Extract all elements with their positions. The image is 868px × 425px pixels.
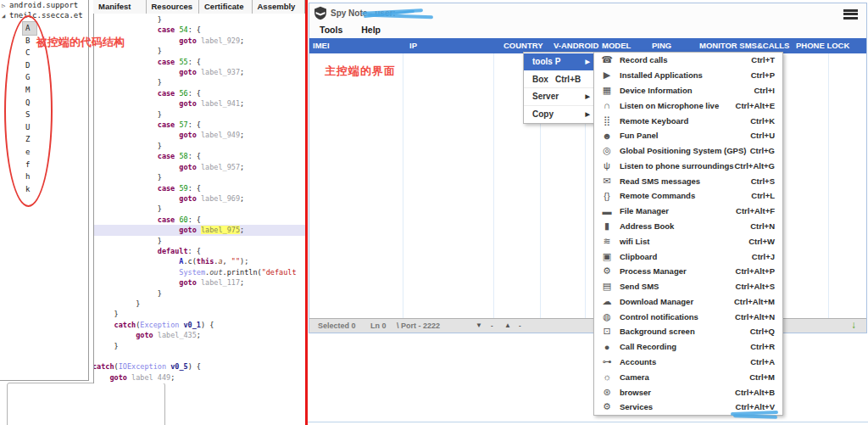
tree-item-a[interactable]: A bbox=[23, 22, 36, 35]
tools-menu-item-wifi-list[interactable]: ≋wifi ListCtrl+W bbox=[594, 233, 782, 249]
tree-item-u[interactable]: U bbox=[23, 121, 36, 134]
tools-menu-label: Clipboard bbox=[620, 252, 657, 261]
tools-menu-shortcut: Ctrl+Alt+P bbox=[736, 266, 782, 276]
tools-menu-item-read-sms-messages[interactable]: ✉Read SMS messagesCtrl+S bbox=[594, 173, 782, 188]
tools-menu-item-download-manager[interactable]: ☁Download ManagerCtrl+Alt+M bbox=[594, 294, 782, 310]
tools-menu-item-global-positioning-system-gps[interactable]: ◎Global Positioning System (GPS)Ctrl+G bbox=[594, 143, 782, 159]
tools-menu-item-accounts[interactable]: ⊶AccountsCtrl+A bbox=[594, 355, 782, 370]
tree-item-s[interactable]: S bbox=[23, 109, 36, 121]
dash-icon-2[interactable]: - bbox=[519, 322, 521, 329]
column-header-phone-lock[interactable]: PHONE LOCK bbox=[793, 38, 866, 53]
tree-item-c[interactable]: C bbox=[23, 47, 36, 59]
tools-menu-item-listen-to-phone-surroundings[interactable]: ψListen to phone surroundingsCtrl+Alt+G bbox=[594, 158, 782, 173]
tab-certificate[interactable]: Certificate bbox=[199, 0, 253, 14]
tree-item-android-support[interactable]: ▷android.support bbox=[2, 1, 78, 9]
tools-menu-item-process-manager[interactable]: ⚙Process ManagerCtrl+Alt+P bbox=[594, 264, 782, 279]
tree-item-m[interactable]: M bbox=[23, 84, 36, 97]
tools-menu-item-record-calls[interactable]: ☎Record callsCtrl+T bbox=[594, 53, 782, 68]
tools-menu-item-camera[interactable]: ☼CameraCtrl+M bbox=[594, 369, 782, 384]
tools-menu-item-file-manager[interactable]: ▬File ManagerCtrl+Alt+F bbox=[594, 204, 782, 219]
context-menu-item-box[interactable]: BoxCtrl+B bbox=[524, 71, 595, 89]
tree-item-package[interactable]: ◢tneilc.ssecca.et bbox=[2, 11, 83, 20]
tools-menu-label: Global Positioning System (GPS) bbox=[620, 146, 746, 155]
tools-menu-item-background-screen[interactable]: ⊡Background screenCtrl+Q bbox=[594, 324, 782, 339]
code-line: } bbox=[93, 141, 306, 151]
menu-tools[interactable]: Tools bbox=[309, 23, 351, 38]
caret-up-icon[interactable]: ▲ bbox=[504, 322, 511, 329]
tab-resources[interactable]: Resources bbox=[147, 0, 200, 14]
tools-menu-item-clipboard[interactable]: ▣ClipboardCtrl+J bbox=[594, 249, 782, 264]
code-line: } bbox=[93, 172, 306, 182]
column-gridline bbox=[828, 53, 829, 319]
dash-icon-1[interactable]: - bbox=[491, 322, 493, 329]
tools-menu-item-address-book[interactable]: ▮Address BookCtrl+N bbox=[594, 219, 782, 234]
menu-item-label: Box bbox=[532, 75, 548, 84]
context-menu-item-server[interactable]: Server▶ bbox=[524, 88, 595, 106]
code-line: } bbox=[93, 236, 306, 246]
green-down-arrow-icon[interactable]: ↓ bbox=[851, 319, 856, 331]
context-menu-item-copy[interactable]: Copy▶ bbox=[524, 106, 595, 123]
hamburger-menu-icon[interactable] bbox=[843, 9, 858, 20]
clipboard-icon: ▣ bbox=[594, 251, 620, 262]
tree-item-h[interactable]: h bbox=[23, 171, 36, 183]
tree-item-q[interactable]: Q bbox=[23, 97, 36, 109]
window-title: Spy Note - user: bbox=[331, 8, 396, 18]
code-line: } bbox=[93, 341, 306, 351]
record-dot-icon: ● bbox=[594, 342, 620, 352]
tools-menu-label: Read SMS messages bbox=[620, 176, 700, 186]
code-line: } bbox=[93, 14, 306, 25]
tree-item-b[interactable]: B bbox=[23, 35, 36, 48]
menu-item-label: Copy bbox=[532, 109, 554, 119]
code-line: System.out.println("default bbox=[93, 267, 306, 277]
code-line: goto label_937; bbox=[93, 67, 306, 77]
tools-menu-item-control-notifications[interactable]: ◍Control notificationsCtrl+Alt+N bbox=[594, 309, 782, 324]
tools-menu-shortcut: Ctrl+G bbox=[750, 146, 782, 155]
tools-menu-item-send-sms[interactable]: ▤Send SMSCtrl+Alt+S bbox=[594, 279, 782, 294]
tools-menu-shortcut: Ctrl+A bbox=[750, 357, 782, 366]
tools-menu-item-device-information[interactable]: ▦Device InformationCtrl+I bbox=[594, 83, 782, 98]
tools-menu-item-listen-on-microphone-live[interactable]: ∩Listen on Microphone liveCtrl+Alt+E bbox=[594, 98, 782, 113]
code-line: } bbox=[93, 204, 306, 214]
screen-icon: ⊡ bbox=[594, 326, 620, 337]
code-line: } bbox=[93, 309, 306, 319]
tools-menu-item-fun-panel[interactable]: ☻Fun PanelCtrl+U bbox=[594, 128, 782, 143]
tree-item-z[interactable]: Z bbox=[23, 133, 36, 146]
tools-submenu: ☎Record callsCtrl+T▶Installed Applicatio… bbox=[593, 52, 783, 416]
code-line: case 55: { bbox=[93, 57, 306, 67]
tools-menu-shortcut: Ctrl+Alt+V bbox=[736, 402, 782, 411]
context-menu: tools P▶BoxCtrl+BServer▶Copy▶ bbox=[523, 52, 596, 124]
tree-item-d[interactable]: D bbox=[23, 59, 36, 72]
collapsed-arrow-icon[interactable]: ▷ bbox=[2, 3, 9, 9]
tools-menu-item-remote-keyboard[interactable]: ⣿Remote KeyboardCtrl+K bbox=[594, 113, 782, 128]
tools-menu-label: Installed Applications bbox=[620, 70, 703, 80]
column-header-ip[interactable]: IP bbox=[406, 38, 500, 53]
tab-manifest[interactable]: Manifest bbox=[93, 0, 147, 14]
context-menu-item-tools-p[interactable]: tools P▶ bbox=[524, 53, 595, 70]
tree-item-f[interactable]: f bbox=[23, 159, 36, 171]
tools-menu-label: Remote Keyboard bbox=[620, 116, 688, 126]
tools-menu-item-browser[interactable]: ⊛browserCtrl+Alt+B bbox=[594, 384, 782, 400]
tree-item-k[interactable]: k bbox=[23, 183, 36, 196]
tree-item-e[interactable]: e bbox=[23, 146, 36, 159]
submenu-arrow-icon: ▶ bbox=[586, 88, 590, 105]
tree-item-g[interactable]: G bbox=[23, 71, 36, 84]
menu-help[interactable]: Help bbox=[351, 23, 389, 38]
tools-menu-item-remote-commands[interactable]: {}Remote CommandsCtrl+L bbox=[594, 188, 782, 204]
status-line: Ln 0 bbox=[370, 322, 387, 330]
menu-shortcut: Ctrl+B bbox=[555, 75, 581, 84]
submenu-arrow-icon: ▶ bbox=[586, 106, 590, 123]
tools-menu-item-installed-applications[interactable]: ▶Installed ApplicationsCtrl+P bbox=[594, 68, 782, 83]
caret-down-icon[interactable]: ▼ bbox=[476, 322, 482, 329]
tools-menu-shortcut: Ctrl+R bbox=[750, 342, 782, 351]
tab-assembly[interactable]: Assembly bbox=[253, 0, 306, 14]
expanded-arrow-icon[interactable]: ◢ bbox=[2, 13, 9, 20]
column-header-imei[interactable]: IMEI bbox=[309, 38, 406, 53]
gear-icon: ⚙ bbox=[594, 266, 620, 277]
tools-menu-item-call-recording[interactable]: ●Call RecordingCtrl+R bbox=[594, 339, 782, 355]
tools-menu-label: Send SMS bbox=[620, 282, 659, 291]
key-icon: ⊶ bbox=[594, 356, 620, 367]
tools-menu-label: Listen on Microphone live bbox=[620, 101, 719, 110]
tools-menu-label: File Manager bbox=[620, 206, 669, 215]
tools-menu-item-services[interactable]: ⚙ServicesCtrl+Alt+V bbox=[594, 400, 782, 415]
bottom-left-panel bbox=[7, 383, 165, 425]
